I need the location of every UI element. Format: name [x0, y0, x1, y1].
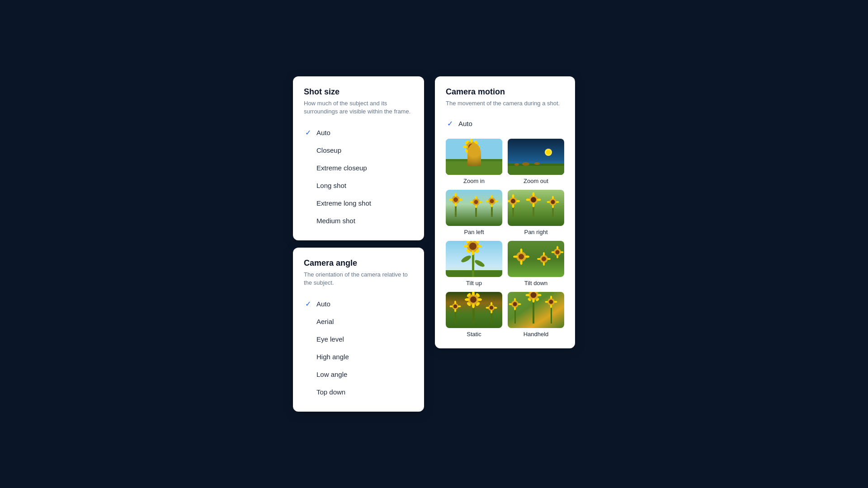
svg-point-87: [525, 255, 529, 258]
shot-size-option-closeup-label: Closeup: [316, 146, 341, 154]
motion-pan-right[interactable]: Pan right: [508, 190, 564, 235]
svg-point-55: [533, 192, 535, 196]
camera-angle-title: Camera angle: [304, 258, 413, 268]
motion-zoom-in[interactable]: Zoom in: [446, 139, 502, 184]
camera-angle-options: ✓ Auto ✓ Aerial ✓ Eye level ✓ High angle…: [304, 295, 413, 401]
svg-point-61: [551, 200, 555, 204]
svg-rect-2: [446, 161, 502, 175]
camera-motion-auto[interactable]: ✓ Auto: [446, 116, 564, 131]
svg-point-91: [543, 262, 545, 266]
left-column: Shot size How much of the subject and it…: [293, 76, 424, 412]
svg-point-95: [556, 250, 560, 254]
shot-size-options: ✓ Auto ✓ Closeup ✓ Extreme closeup ✓ Lon…: [304, 124, 413, 230]
motion-thumb-static-svg: [446, 292, 502, 328]
motion-thumb-pan-right: [508, 190, 564, 226]
motion-static[interactable]: Static: [446, 292, 502, 338]
svg-point-141: [514, 298, 516, 301]
main-container: Shot size How much of the subject and it…: [293, 76, 575, 412]
camera-angle-option-low-angle[interactable]: ✓ Low angle: [304, 366, 413, 383]
camera-angle-desc: The orientation of the camera relative t…: [304, 271, 413, 287]
svg-point-56: [533, 203, 535, 207]
svg-point-34: [475, 205, 477, 208]
camera-angle-option-auto[interactable]: ✓ Auto: [304, 295, 413, 313]
svg-point-143: [509, 303, 512, 305]
svg-point-149: [550, 305, 552, 308]
camera-angle-option-high-angle-label: High angle: [316, 353, 349, 361]
svg-point-21: [514, 163, 519, 166]
svg-point-47: [511, 199, 515, 203]
motion-tilt-down[interactable]: Tilt down: [508, 241, 564, 286]
motion-thumb-pan-left-svg: [446, 190, 502, 226]
motion-thumb-tilt-down-svg: [508, 241, 564, 277]
shot-size-option-medium[interactable]: ✓ Medium shot: [304, 212, 413, 230]
svg-point-140: [513, 302, 517, 306]
motion-thumb-zoom-in: [446, 139, 502, 175]
svg-point-144: [518, 303, 521, 305]
motion-zoom-out[interactable]: Zoom out: [508, 139, 564, 184]
svg-point-32: [474, 200, 478, 204]
shot-size-option-closeup[interactable]: ✓ Closeup: [304, 141, 413, 159]
motion-thumb-handheld: [508, 292, 564, 328]
camera-motion-panel: Camera motion The movement of the camera…: [435, 76, 575, 348]
svg-point-8: [463, 145, 467, 148]
svg-point-58: [537, 198, 541, 201]
motion-thumb-static: [446, 292, 502, 328]
svg-point-19: [522, 162, 529, 166]
svg-point-151: [554, 301, 557, 303]
camera-angle-option-high-angle[interactable]: ✓ High angle: [304, 348, 413, 366]
svg-point-124: [486, 307, 489, 309]
camera-angle-option-top-down[interactable]: ✓ Top down: [304, 383, 413, 401]
svg-point-84: [520, 249, 523, 253]
shot-size-option-extreme-closeup[interactable]: ✓ Extreme closeup: [304, 159, 413, 177]
motion-handheld[interactable]: Handheld: [508, 292, 564, 338]
motion-tilt-up[interactable]: Tilt up: [446, 241, 502, 286]
shot-size-option-auto[interactable]: ✓ Auto: [304, 124, 413, 141]
svg-point-27: [455, 203, 457, 206]
svg-point-115: [454, 300, 456, 304]
motion-pan-left[interactable]: Pan left: [446, 190, 502, 235]
svg-point-89: [542, 257, 546, 261]
shot-size-title: Shot size: [304, 87, 413, 97]
camera-motion-title: Camera motion: [446, 87, 564, 97]
svg-point-35: [470, 201, 473, 203]
svg-point-96: [557, 246, 558, 249]
check-motion-auto-icon: ✓: [446, 119, 454, 128]
motion-grid: Zoom in: [446, 139, 564, 338]
svg-point-105: [472, 304, 475, 308]
camera-angle-option-low-angle-label: Low angle: [316, 371, 347, 378]
shot-size-option-extreme-closeup-label: Extreme closeup: [316, 164, 367, 172]
motion-pan-left-label: Pan left: [464, 229, 484, 235]
camera-angle-panel: Camera angle The orientation of the came…: [293, 248, 424, 412]
camera-motion-auto-label: Auto: [458, 120, 472, 127]
svg-point-5: [468, 144, 475, 150]
svg-point-98: [552, 251, 555, 253]
svg-point-51: [516, 200, 520, 202]
svg-point-116: [454, 309, 456, 312]
svg-point-99: [561, 251, 564, 253]
motion-zoom-in-label: Zoom in: [463, 178, 485, 184]
shot-size-option-extreme-long[interactable]: ✓ Extreme long shot: [304, 194, 413, 212]
svg-point-57: [526, 198, 530, 201]
svg-point-64: [547, 201, 550, 203]
motion-thumb-tilt-down: [508, 241, 564, 277]
svg-point-114: [453, 305, 457, 308]
svg-point-28: [449, 198, 453, 201]
svg-point-39: [490, 199, 494, 203]
svg-point-65: [556, 201, 559, 203]
svg-point-13: [473, 149, 478, 154]
motion-handheld-label: Handheld: [524, 331, 549, 338]
camera-angle-option-aerial[interactable]: ✓ Aerial: [304, 313, 413, 330]
camera-angle-option-auto-label: Auto: [316, 300, 330, 308]
svg-point-148: [550, 296, 552, 299]
svg-point-92: [537, 258, 541, 260]
svg-point-147: [549, 300, 553, 304]
motion-thumb-pan-left: [446, 190, 502, 226]
svg-point-18: [546, 150, 551, 155]
svg-point-29: [459, 198, 462, 201]
shot-size-option-long[interactable]: ✓ Long shot: [304, 177, 413, 194]
svg-rect-44: [508, 190, 564, 226]
check-auto-icon: ✓: [304, 128, 312, 137]
camera-angle-option-eye-level[interactable]: ✓ Eye level: [304, 330, 413, 348]
svg-point-129: [531, 292, 537, 298]
svg-rect-81: [508, 241, 564, 277]
